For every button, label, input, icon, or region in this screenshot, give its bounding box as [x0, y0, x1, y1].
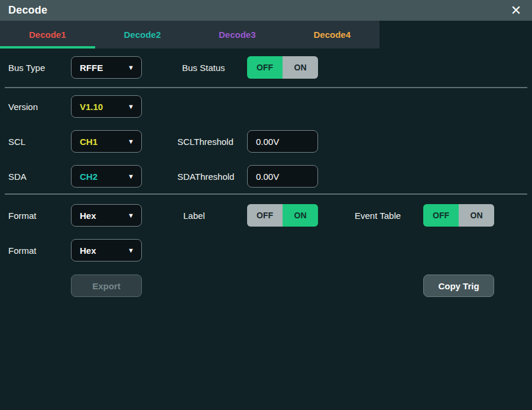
scl-threshold-input[interactable]: 0.00V [247, 130, 318, 153]
scl-threshold-label: SCLThreshold [177, 137, 233, 147]
divider [5, 87, 527, 88]
bus-type-label: Bus Type [8, 63, 45, 73]
export-button[interactable]: Export [71, 275, 142, 297]
sda-threshold-label: SDAThreshold [177, 172, 234, 182]
copy-trig-button[interactable]: Copy Trig [423, 275, 494, 297]
chevron-down-icon: ▼ [128, 64, 134, 71]
bus-type-row: Bus Type RFFE ▼ Bus Status OFF ON [0, 56, 532, 79]
format-bus-value: Hex [80, 211, 96, 221]
bus-status-label: Bus Status [182, 63, 225, 73]
decode-dialog: Decode ✕ Decode1 Decode2 Decode3 Decode4… [0, 0, 532, 410]
scl-source-dropdown[interactable]: CH1 ▼ [71, 130, 142, 153]
event-table-on[interactable]: ON [459, 204, 494, 227]
scl-row: SCL CH1 ▼ SCLThreshold 0.00V [0, 130, 532, 153]
tab-decode3[interactable]: Decode3 [190, 21, 285, 49]
format-bus-dropdown[interactable]: Hex ▼ [71, 204, 142, 227]
bus-type-dropdown[interactable]: RFFE ▼ [71, 56, 142, 79]
version-row: Version V1.10 ▼ [0, 95, 532, 118]
close-icon[interactable]: ✕ [507, 0, 525, 21]
label-off[interactable]: OFF [247, 204, 283, 227]
chevron-down-icon: ▼ [128, 247, 134, 254]
label-toggle[interactable]: OFF ON [247, 204, 318, 227]
sda-label: SDA [8, 172, 27, 182]
sda-row: SDA CH2 ▼ SDAThreshold 0.00V [0, 165, 532, 188]
chevron-down-icon: ▼ [128, 212, 134, 219]
scl-source-value: CH1 [80, 137, 98, 147]
format-data-row: Format Hex ▼ [0, 239, 532, 262]
bus-type-value: RFFE [80, 63, 103, 73]
bus-status-on[interactable]: ON [283, 56, 318, 79]
version-dropdown[interactable]: V1.10 ▼ [71, 95, 142, 118]
titlebar: Decode ✕ [0, 0, 532, 21]
event-table-toggle[interactable]: OFF ON [423, 204, 494, 227]
divider [5, 193, 527, 195]
sda-threshold-input[interactable]: 0.00V [247, 165, 318, 188]
event-table-off[interactable]: OFF [423, 204, 459, 227]
tab-decode1[interactable]: Decode1 [0, 21, 95, 49]
version-label: Version [8, 102, 38, 112]
bus-status-toggle[interactable]: OFF ON [247, 56, 318, 79]
chevron-down-icon: ▼ [128, 103, 134, 110]
format-row: Format Hex ▼ Label OFF ON Event Table OF… [0, 204, 532, 227]
sda-source-dropdown[interactable]: CH2 ▼ [71, 165, 142, 188]
sda-threshold-value: 0.00V [256, 172, 279, 182]
scl-label: SCL [8, 137, 25, 147]
chevron-down-icon: ▼ [128, 138, 134, 145]
format-data-dropdown[interactable]: Hex ▼ [71, 239, 142, 262]
format-bus-label: Format [8, 211, 37, 221]
buttons-row: Export Copy Trig [0, 275, 532, 297]
format-data-label: Format [8, 246, 37, 256]
tab-decode2[interactable]: Decode2 [95, 21, 190, 49]
tab-bar: Decode1 Decode2 Decode3 Decode4 [0, 21, 379, 49]
format-data-value: Hex [80, 246, 96, 256]
sda-source-value: CH2 [80, 172, 98, 182]
bus-status-off[interactable]: OFF [247, 56, 283, 79]
dialog-title: Decode [8, 4, 47, 17]
version-value: V1.10 [80, 102, 103, 112]
tab-decode4[interactable]: Decode4 [285, 21, 380, 49]
event-table-label: Event Table [355, 211, 401, 221]
chevron-down-icon: ▼ [128, 173, 134, 180]
label-display-label: Label [183, 211, 205, 221]
scl-threshold-value: 0.00V [256, 137, 279, 147]
label-on[interactable]: ON [283, 204, 318, 227]
